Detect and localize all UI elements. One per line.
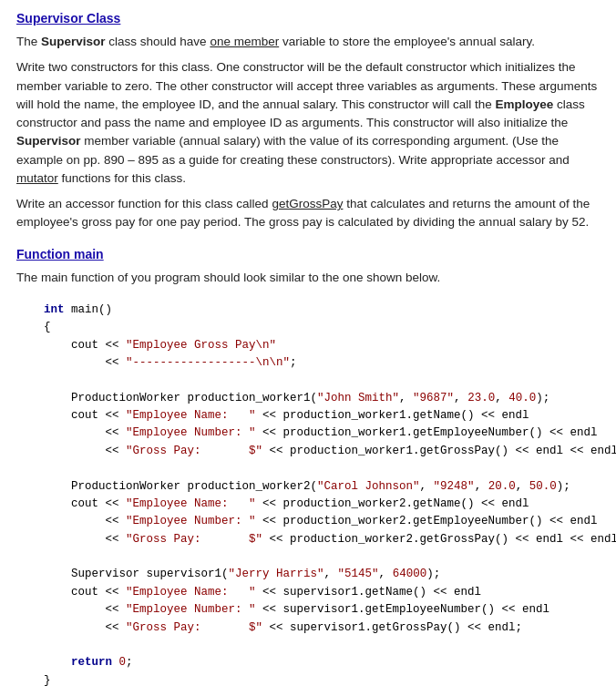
- function-main-section: Function main The main function of you p…: [16, 247, 600, 697]
- supervisor-para2: Write two constructors for this class. O…: [16, 58, 600, 188]
- para1-rest: class should have one member variable to…: [106, 35, 535, 48]
- function-main-para: The main function of you program should …: [16, 269, 600, 287]
- employee-bold: Employee: [496, 97, 554, 111]
- mutator-underline: mutator: [16, 171, 58, 185]
- para1-text: The: [16, 35, 41, 48]
- supervisor-para3: Write an accessor function for this clas…: [16, 195, 600, 232]
- supervisor-class-title[interactable]: Supervisor Class: [16, 11, 600, 26]
- function-main-title[interactable]: Function main: [16, 247, 600, 261]
- supervisor-bold: Supervisor: [16, 134, 81, 148]
- code-block: int main() { cout << "Employee Gross Pay…: [16, 294, 600, 696]
- one-member-underline: one member: [210, 35, 279, 48]
- para1-bold: Supervisor: [41, 35, 106, 48]
- getgrosspay-underline: getGrossPay: [272, 197, 343, 210]
- supervisor-class-section: Supervisor Class The Supervisor class sh…: [16, 11, 600, 232]
- supervisor-para1: The Supervisor class should have one mem…: [16, 33, 600, 51]
